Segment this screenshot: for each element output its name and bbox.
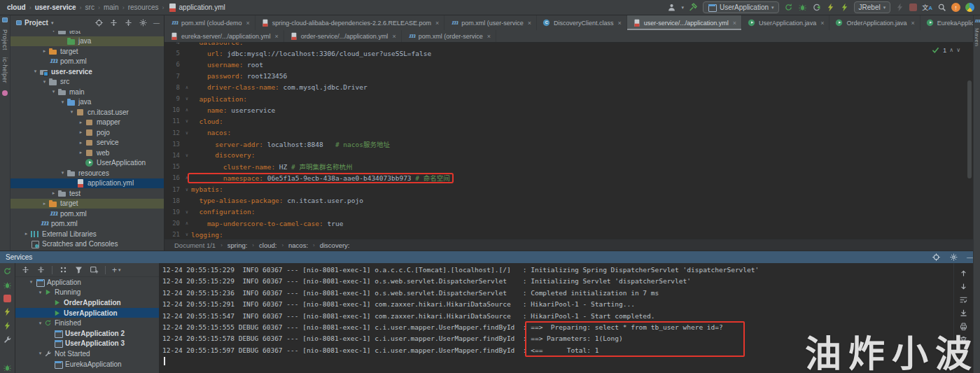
chevron-down-icon[interactable]	[36, 290, 44, 295]
editor-tab[interactable]: UserApplication.java	[742, 15, 830, 30]
project-tree-item[interactable]: src	[10, 77, 164, 87]
tab-close-icon[interactable]	[246, 20, 250, 27]
services-tree-item[interactable]: UserApplication	[15, 308, 159, 318]
stop-button[interactable]	[909, 3, 917, 11]
fold-marker-icon[interactable]: ∧	[183, 220, 191, 226]
project-tree-item[interactable]: target	[10, 46, 164, 57]
fold-marker-icon[interactable]: ∨	[183, 209, 191, 215]
project-tree-item[interactable]: test	[10, 188, 164, 199]
chevron-down-icon[interactable]	[41, 79, 48, 85]
expand-all-icon[interactable]	[109, 18, 118, 27]
editor-line[interactable]: 8∧ driver-class-name: com.mysql.jdbc.Dri…	[164, 82, 973, 93]
chevron-down-icon[interactable]	[59, 99, 66, 105]
editor-line[interactable]: 6 username: root	[164, 59, 973, 70]
thread-dump-camera-icon[interactable]	[3, 349, 12, 358]
breadcrumb-item[interactable]: application.yml	[168, 3, 225, 12]
chevron-down-icon[interactable]	[50, 31, 57, 34]
tab-close-icon[interactable]	[618, 20, 622, 27]
open-in-new-frame-icon[interactable]	[90, 265, 99, 274]
chevron-right-icon[interactable]	[22, 231, 30, 237]
debug-button[interactable]	[798, 3, 807, 12]
services-collapse-all-icon[interactable]	[36, 265, 46, 274]
project-tree-item[interactable]: java	[10, 97, 164, 108]
chevron-down-icon[interactable]	[59, 170, 66, 176]
chevron-down-icon[interactable]: ▾	[51, 20, 54, 26]
project-tree-item[interactable]: pojo	[10, 127, 164, 138]
project-tree-item[interactable]: pom.xml	[10, 57, 164, 67]
editor-tab[interactable]: order-service/.../application.yml	[284, 30, 402, 42]
services-locate-icon[interactable]	[932, 253, 941, 262]
editor-scrollbar[interactable]	[967, 80, 972, 178]
chevron-down-icon[interactable]	[36, 321, 44, 326]
services-tree-item[interactable]: Running	[15, 288, 159, 298]
editor-line[interactable]: 10∧ name: userservice	[164, 104, 973, 115]
editor-line[interactable]: 13 server-addr: localhost:8848 # nacos服务…	[164, 139, 973, 150]
project-tree-item[interactable]: resources	[10, 168, 164, 178]
editor-tab[interactable]: pom.xml (order-service	[402, 30, 496, 42]
project-tree-item[interactable]: UserApplication	[10, 158, 164, 169]
chevron-down-icon[interactable]	[27, 279, 35, 285]
scroll-to-end-icon[interactable]	[959, 309, 968, 318]
user-caret-icon[interactable]: ▾	[681, 5, 684, 10]
editor-breadcrumb-item[interactable]: nacos:	[288, 241, 308, 249]
editor-tab[interactable]: pom.xml (user-service	[444, 15, 537, 30]
filter-icon[interactable]	[74, 265, 83, 274]
jrebel-select[interactable]: JRebel ▾	[854, 1, 891, 13]
edit-configuration-wrench-icon[interactable]	[3, 335, 12, 344]
editor-tab[interactable]: eureka-server/.../application.yml	[164, 30, 284, 42]
chevron-right-icon[interactable]	[41, 48, 48, 54]
maven-tool-icon[interactable]	[974, 18, 980, 24]
jrebel-sync-icon[interactable]	[3, 321, 12, 330]
prev-issue-icon[interactable]	[949, 47, 953, 53]
tab-close-icon[interactable]	[275, 33, 279, 40]
breadcrumb-item[interactable]: resources	[128, 3, 159, 11]
project-tree-item[interactable]: cn.itcast.user	[10, 107, 164, 118]
editor-line[interactable]: 7 password: root123456	[164, 71, 973, 82]
maven-tool-button[interactable]: Maven	[974, 28, 980, 47]
tab-close-icon[interactable]	[392, 33, 396, 40]
scroll-down-icon[interactable]	[959, 282, 968, 291]
tab-close-icon[interactable]	[528, 20, 531, 27]
ic-helper-icon[interactable]	[2, 90, 8, 96]
fold-marker-icon[interactable]: ∨	[183, 153, 191, 158]
update-notification-icon[interactable]	[951, 3, 960, 12]
project-tree-item[interactable]: Scratches and Consoles	[10, 239, 164, 250]
project-tool-icon[interactable]	[2, 17, 8, 22]
services-hide-icon[interactable]	[967, 254, 973, 261]
editor-breadcrumb-item[interactable]: spring:	[227, 241, 248, 249]
ic-helper-tool-button[interactable]: ic-helper	[1, 57, 8, 83]
editor-line[interactable]: 21∨logging:	[164, 229, 973, 239]
breadcrumb-item[interactable]: src	[85, 3, 94, 11]
chevron-down-icon[interactable]	[36, 351, 44, 356]
chevron-right-icon[interactable]	[77, 140, 85, 146]
project-panel-title[interactable]: Project	[24, 19, 48, 27]
editor-breadcrumb-item[interactable]: cloud:	[259, 241, 276, 249]
scroll-up-icon[interactable]	[959, 269, 968, 278]
services-tree-item[interactable]: EurekaApplication	[15, 359, 159, 370]
tab-close-icon[interactable]	[733, 20, 736, 27]
project-tree-item[interactable]: application.yml	[10, 178, 164, 189]
project-tree-item[interactable]: target	[10, 199, 164, 209]
hide-panel-icon[interactable]	[153, 20, 160, 27]
services-tree-item[interactable]: Finished	[15, 318, 159, 328]
run-configuration-select[interactable]: UserApplication ▾	[703, 1, 779, 13]
editor-line[interactable]: 19∨ configuration:	[164, 206, 973, 218]
chevron-right-icon[interactable]	[77, 150, 85, 155]
services-tree-item[interactable]: Application	[15, 277, 159, 288]
services-tree-item[interactable]: UserApplication 2	[15, 328, 159, 339]
project-tree-item[interactable]: main	[10, 87, 164, 97]
fold-marker-icon[interactable]: ∨	[183, 232, 191, 237]
code-editor[interactable]: 4 datasource:5 url: jdbc:mysql://localho…	[164, 43, 973, 239]
editor-tab[interactable]: spring-cloud-alibaba-dependencies-2.2.6.…	[255, 15, 444, 30]
next-issue-icon[interactable]	[956, 47, 960, 53]
fold-marker-icon[interactable]: ∨	[183, 187, 191, 192]
editor-tab[interactable]: pom.xml (cloud-demo	[164, 15, 255, 30]
editor-tab[interactable]: DiscoveryClient.class	[537, 15, 627, 30]
project-tree-item[interactable]: java	[10, 36, 164, 47]
editor-tab[interactable]: OrderApplication.java	[830, 15, 920, 30]
tab-close-icon[interactable]	[820, 20, 824, 27]
editor-line[interactable]: 14∨ discovery:	[164, 150, 973, 161]
tab-close-icon[interactable]	[487, 33, 491, 40]
breadcrumb-item[interactable]: user-service	[35, 3, 76, 11]
project-tree-item[interactable]: web	[10, 148, 164, 158]
